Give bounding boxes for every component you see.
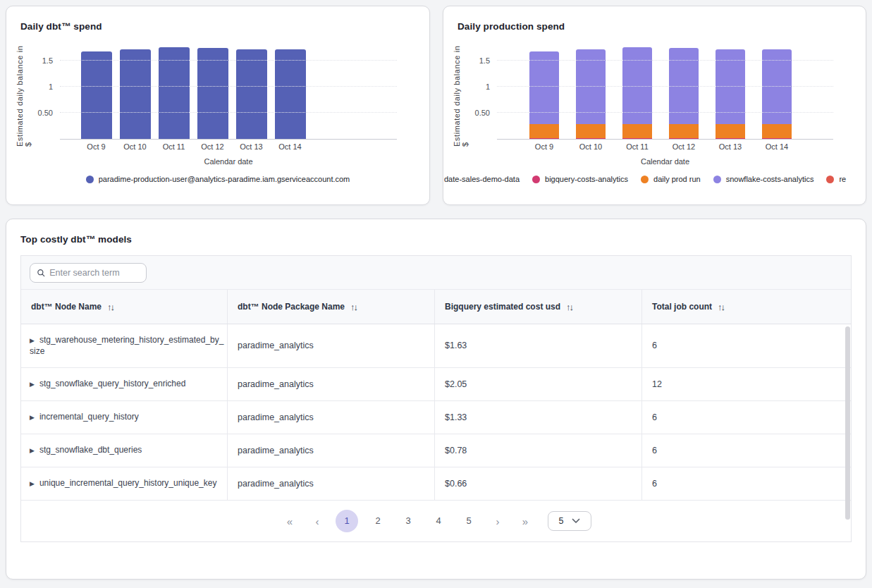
bar-oct-9[interactable] (81, 51, 112, 139)
bar-segment (669, 138, 699, 139)
table-row[interactable]: ▶incremental_query_historyparadime_analy… (21, 401, 851, 434)
expand-caret-icon[interactable]: ▶ (30, 414, 35, 421)
expand-caret-icon[interactable]: ▶ (30, 480, 35, 487)
first-page-button[interactable]: « (281, 515, 299, 527)
bar-oct-14[interactable] (275, 49, 306, 139)
expand-caret-icon[interactable]: ▶ (30, 447, 35, 454)
chart-legend: paradime-production-user@analytics-parad… (6, 175, 429, 183)
page-4-button[interactable]: 4 (428, 510, 449, 532)
gridline (60, 112, 397, 113)
page-1-button[interactable]: 1 (336, 510, 358, 532)
bars-container (60, 41, 397, 139)
bar-segment (622, 124, 652, 138)
node-name-wrap: ▶unique_incremental_query_history_unique… (30, 478, 224, 489)
cost-cell: $0.78 (434, 434, 641, 467)
x-tick-label: Oct 12 (661, 142, 707, 151)
daily-production-spend-card: Daily production spend Estimated daily b… (443, 6, 866, 205)
bar-oct-11[interactable] (622, 47, 652, 139)
job-count-cell: 6 (641, 467, 851, 500)
x-tick-label: Oct 11 (154, 142, 193, 151)
bar-oct-14[interactable] (762, 49, 792, 139)
node-name-cell: ▶unique_incremental_query_history_unique… (21, 467, 227, 500)
bar-oct-13[interactable] (716, 49, 745, 139)
bar-band (521, 51, 567, 139)
table-toolbar (21, 256, 851, 290)
chart-title: Daily dbt™ spend (20, 21, 415, 32)
top-costly-models-card: Top costly dbt™ models dbt™ Node Name↑↓d… (6, 219, 866, 580)
expand-caret-icon[interactable]: ▶ (30, 381, 35, 388)
bar-segment (622, 138, 652, 139)
bar-oct-9[interactable] (529, 51, 559, 139)
package-name-cell: paradime_analytics (227, 467, 434, 500)
column-header[interactable]: dbt™ Node Name↑↓ (21, 290, 227, 324)
bar-segment (529, 124, 559, 138)
job-count-cell: 6 (641, 401, 851, 434)
prev-page-button[interactable]: ‹ (308, 515, 326, 527)
table-header-row: dbt™ Node Name↑↓dbt™ Node Package Name↑↓… (21, 290, 851, 324)
legend-dot (641, 176, 649, 183)
page-2-button[interactable]: 2 (367, 510, 388, 532)
y-tick-label: 0.50 (38, 109, 53, 117)
page-3-button[interactable]: 3 (398, 510, 419, 532)
search-input-wrapper[interactable] (30, 263, 147, 283)
legend-dot (713, 176, 721, 183)
bar-oct-12[interactable] (669, 48, 699, 139)
chart-area: Estimated daily balance in $ 0.5011.5 Oc… (452, 41, 833, 166)
package-name-cell: paradime_analytics (227, 368, 434, 400)
column-header[interactable]: Total job count↑↓ (641, 290, 851, 324)
last-page-button[interactable]: » (516, 515, 534, 527)
x-tick-label: Oct 13 (232, 142, 271, 151)
search-input[interactable] (49, 268, 140, 278)
column-header-label: dbt™ Node Name (31, 302, 102, 312)
bar-oct-12[interactable] (197, 48, 228, 139)
table-row[interactable]: ▶stg_snowflake_dbt_queriesparadime_analy… (21, 434, 851, 467)
x-tick-label: Oct 9 (77, 142, 116, 151)
column-header-label: dbt™ Node Package Name (238, 302, 345, 312)
bar-segment (529, 138, 559, 139)
bar-band (614, 47, 661, 139)
bar-segment (716, 138, 745, 139)
table-scrollbar-thumb[interactable] (845, 326, 850, 520)
bar-segment (576, 138, 606, 139)
table-row[interactable]: ▶unique_incremental_query_history_unique… (21, 467, 851, 501)
plot-wrapper: 0.5011.5 Oct 9Oct 10Oct 11Oct 12Oct 13Oc… (497, 41, 833, 166)
legend-item[interactable]: bigquery-costs-analytics (532, 175, 628, 183)
job-count-cell: 6 (641, 434, 851, 467)
sort-icon[interactable]: ↑↓ (107, 302, 113, 312)
node-name-wrap: ▶stg_snowflake_query_history_enriched (30, 379, 224, 390)
table-row[interactable]: ▶stg_warehouse_metering_history_estimate… (21, 324, 851, 368)
node-name-cell: ▶stg_warehouse_metering_history_estimate… (21, 324, 227, 367)
sort-icon[interactable]: ↑↓ (350, 302, 357, 312)
expand-caret-icon[interactable]: ▶ (30, 337, 35, 344)
bar-band (271, 49, 309, 139)
bar-oct-11[interactable] (159, 47, 190, 139)
bar-oct-10[interactable] (576, 49, 606, 139)
next-page-button[interactable]: › (489, 515, 507, 527)
bar-segment (669, 124, 699, 138)
node-name: incremental_query_history (39, 412, 139, 422)
x-axis-title: Calendar date (60, 157, 397, 166)
table-body: ▶stg_warehouse_metering_history_estimate… (21, 324, 851, 501)
bar-band (707, 49, 754, 139)
sort-icon[interactable]: ↑↓ (566, 302, 572, 312)
table-row[interactable]: ▶stg_snowflake_query_history_enrichedpar… (21, 368, 851, 401)
bar-oct-10[interactable] (120, 49, 151, 139)
legend-item[interactable]: snowflake-costs-analytics (713, 175, 814, 183)
x-tick-label: Oct 12 (193, 142, 232, 151)
page-5-button[interactable]: 5 (458, 510, 479, 532)
pagination-buttons: «‹12345›» (281, 510, 534, 532)
sort-icon[interactable]: ↑↓ (718, 302, 724, 312)
chart-legend: date-sales-demo-databigquery-costs-analy… (444, 175, 866, 183)
legend-label: daily prod run (653, 175, 701, 183)
legend-item[interactable]: re (826, 175, 846, 183)
legend-item[interactable]: daily prod run (641, 175, 701, 183)
column-header[interactable]: dbt™ Node Package Name↑↓ (227, 290, 434, 324)
x-axis-title: Calendar date (497, 157, 833, 166)
bar-oct-13[interactable] (236, 49, 267, 139)
page-size-select[interactable]: 5 (548, 511, 591, 531)
legend-item[interactable]: date-sales-demo-data (444, 175, 520, 183)
bar-band (77, 51, 116, 139)
column-header[interactable]: Bigquery estimated cost usd↑↓ (434, 290, 641, 324)
legend-item[interactable]: paradime-production-user@analytics-parad… (86, 175, 350, 183)
y-axis-title: Estimated daily balance in $ (15, 41, 33, 147)
